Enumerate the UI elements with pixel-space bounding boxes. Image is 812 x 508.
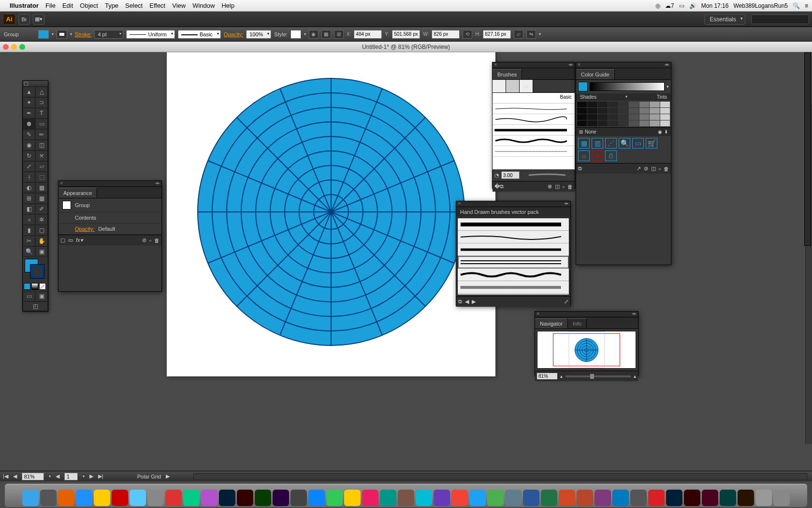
menu-list-icon[interactable]: ≡ <box>805 2 808 9</box>
appearance-object-row[interactable]: Group <box>58 198 161 212</box>
slice-tool[interactable]: ✂ <box>23 236 35 246</box>
eraser-tool[interactable]: ◫ <box>35 140 48 150</box>
menu-view[interactable]: View <box>172 2 186 9</box>
stroke-link[interactable]: Stroke: <box>75 31 92 37</box>
tools-panel-header[interactable] <box>23 81 48 87</box>
brush-width-input[interactable] <box>501 171 520 179</box>
sync-icon[interactable]: ◎ <box>655 2 660 9</box>
brush-item[interactable] <box>493 125 575 135</box>
arrange-docs-button[interactable]: ▦▾ <box>33 14 44 25</box>
dock-app-ai[interactable] <box>684 490 700 506</box>
dock-app-maps[interactable] <box>326 490 343 506</box>
brush-options-icon[interactable]: ◫ <box>555 183 560 190</box>
volume-icon[interactable]: 🔊 <box>689 2 696 9</box>
color-mode-color[interactable] <box>24 283 30 290</box>
hd-brush-item[interactable] <box>458 243 569 256</box>
artboard-next-icon[interactable]: ▶ <box>89 473 93 479</box>
appearance-tab[interactable]: Appearance <box>58 188 97 198</box>
dock-app-photoshop[interactable] <box>219 490 235 506</box>
artboard-prev-icon[interactable]: ◀ <box>56 473 59 479</box>
brush-item[interactable] <box>493 135 575 146</box>
dock-app-finder[interactable] <box>22 490 39 506</box>
dock-app-folder[interactable] <box>505 490 522 506</box>
symbol-sprayer-tool[interactable]: ✲ <box>35 214 48 225</box>
dock-app-opera[interactable] <box>112 490 128 506</box>
dock-app-itunes[interactable] <box>201 490 218 506</box>
type-tool[interactable]: T <box>35 108 48 119</box>
dock-app-lr[interactable] <box>720 490 736 506</box>
dock-app-dashboard[interactable] <box>40 490 57 506</box>
rectangle-tool[interactable]: ▭ <box>35 119 48 129</box>
dock-app-br[interactable] <box>738 490 754 506</box>
fill-stroke-indicator[interactable] <box>24 258 47 281</box>
brush-item[interactable] <box>493 114 575 125</box>
window-minimize-icon[interactable] <box>11 44 17 50</box>
dock-app-onenote[interactable] <box>594 490 611 506</box>
hd-next-icon[interactable]: ▶ <box>472 299 476 305</box>
dock-app-scan[interactable] <box>630 490 647 506</box>
cg-shades-menu-icon[interactable]: ▾ <box>625 94 627 100</box>
window-close-icon[interactable] <box>3 44 9 50</box>
dock-app-ms[interactable] <box>523 490 539 506</box>
dock-app-search[interactable] <box>147 490 164 506</box>
opacity-dropdown[interactable]: 100% <box>246 30 271 39</box>
screen-mode-full[interactable]: ▣ <box>35 291 48 301</box>
brush-dot-large[interactable]: ⬭ <box>520 80 533 92</box>
dock-app-mail[interactable] <box>130 490 146 506</box>
fill-swatch[interactable] <box>38 30 49 39</box>
reflect-tool[interactable]: ⤧ <box>35 150 48 161</box>
place-symbol-icon[interactable]: ↗ <box>637 165 641 172</box>
artboard-last-icon[interactable]: ▶| <box>98 473 103 479</box>
spotlight-icon[interactable]: 🔍 <box>793 2 800 9</box>
recolor-icon[interactable]: ◉ <box>309 30 319 39</box>
symbol-search-icon[interactable]: 🔍 <box>619 138 630 149</box>
dock-app-appstore[interactable] <box>308 490 325 506</box>
dock-app-dreamweaver[interactable] <box>255 490 271 506</box>
dock-app-ball[interactable] <box>451 490 468 506</box>
zoom-tool[interactable]: 🔍 <box>23 246 35 257</box>
right-dock-collapsed[interactable] <box>804 52 811 246</box>
gradient-tool[interactable]: ◧ <box>23 204 35 214</box>
cg-swatch-grid[interactable] <box>576 101 671 127</box>
flip-icon[interactable]: ⇋ <box>526 30 536 39</box>
brushes-tab[interactable]: Brushes <box>493 69 522 79</box>
rotate-tool[interactable]: ↻ <box>23 150 35 161</box>
link-wh-icon[interactable]: ⟲ <box>463 30 472 39</box>
new-art-toggle-icon[interactable]: ▢ <box>60 237 65 243</box>
appearance-opacity-row[interactable]: Opacity: Default <box>58 224 161 235</box>
delete-symbol-icon[interactable]: 🗑 <box>664 166 669 172</box>
workspace-dropdown[interactable]: Essentials <box>704 14 745 25</box>
hd-brush-item[interactable] <box>458 281 569 294</box>
remove-brush-stroke-icon[interactable]: ⊗ <box>548 183 552 190</box>
navigator-panel-header[interactable] <box>535 312 638 317</box>
symbol-barcode-icon[interactable]: ▥ <box>592 138 603 149</box>
artboard-nav-first-icon[interactable]: |◀ <box>3 473 8 479</box>
symbol-heart-icon[interactable]: ♥ <box>592 150 603 161</box>
dock-app-world[interactable] <box>541 490 557 506</box>
delete-icon[interactable]: 🗑 <box>154 238 160 243</box>
brush-item[interactable] <box>493 104 575 114</box>
symbol-calendar-icon[interactable]: ▦ <box>578 138 590 149</box>
dock-app-aftereffects[interactable] <box>273 490 289 506</box>
symbol-print-icon[interactable]: ⎙ <box>605 150 617 161</box>
magic-wand-tool[interactable]: ✦ <box>23 97 35 108</box>
cg-harmony-menu-icon[interactable]: ▾ <box>667 84 669 89</box>
symbol-libraries-icon[interactable]: ⧉ <box>578 165 582 172</box>
hd-brush-item[interactable] <box>458 231 569 243</box>
brush-item[interactable] <box>493 146 575 157</box>
menu-help[interactable]: Help <box>221 2 234 9</box>
hand-drawn-list[interactable] <box>457 218 569 295</box>
align-icon[interactable]: ▦ <box>321 30 331 39</box>
hd-prev-icon[interactable]: ◀ <box>465 299 469 305</box>
hand-tool[interactable]: ✋ <box>35 236 48 246</box>
color-guide-tab[interactable]: Color Guide <box>576 69 615 79</box>
perspective-grid-tool[interactable]: ⊞ <box>23 193 35 204</box>
dock-app-photos[interactable] <box>362 490 378 506</box>
brush-dropdown[interactable]: Basic <box>178 30 221 39</box>
search-input[interactable] <box>751 15 809 24</box>
artboard-number[interactable]: 1 <box>64 473 78 480</box>
hand-drawn-panel-header[interactable] <box>456 201 570 207</box>
appearance-opacity-link[interactable]: Opacity: <box>75 226 94 232</box>
artboard-tool[interactable]: ▢ <box>35 225 48 236</box>
shear-icon[interactable]: ▱ <box>514 30 523 39</box>
